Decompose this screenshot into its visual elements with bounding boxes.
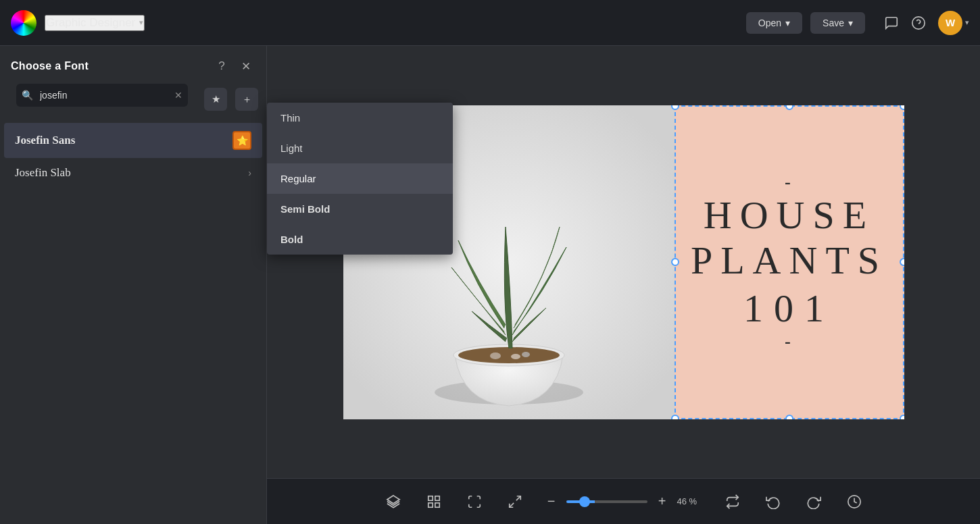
app-name-label: Graphic Designer	[46, 16, 135, 30]
number-101: 101	[743, 286, 835, 331]
open-label: Open	[758, 18, 781, 28]
save-chevron: ▾	[848, 18, 853, 28]
app-title-button[interactable]: Graphic Designer ▾	[45, 15, 145, 31]
weight-bold[interactable]: Bold	[267, 224, 453, 255]
fit-button[interactable]	[461, 488, 488, 515]
font-close-button[interactable]: ✕	[237, 57, 255, 76]
font-item-josefin-sans[interactable]: Josefin Sans ⭐	[4, 123, 262, 158]
zoom-control: − + 46 %	[542, 492, 706, 511]
font-list: Josefin Sans ⭐ Josefin Slab ›	[0, 123, 266, 524]
weight-light[interactable]: Light	[267, 133, 453, 163]
svg-rect-12	[428, 502, 432, 506]
weight-dropdown: Thin Light Regular Semi Bold Bold	[267, 103, 453, 255]
handle-right[interactable]	[900, 258, 904, 266]
josefin-sans-star-button[interactable]: ⭐	[232, 131, 251, 150]
topbar-icons: W ▾	[884, 11, 969, 35]
save-label: Save	[823, 18, 844, 28]
zoom-in-button[interactable]: +	[653, 492, 672, 511]
swap-button[interactable]	[719, 488, 746, 515]
handle-bottom-center[interactable]	[785, 415, 793, 419]
main-area: Choose a Font ? ✕ 🔍 ✕ ★ ＋ Josefin Sans ⭐…	[0, 46, 980, 524]
house-plants-text: HOUSE PLANTS	[691, 193, 887, 283]
search-icon: 🔍	[22, 90, 33, 101]
grid-button[interactable]	[420, 488, 447, 515]
font-name-josefin-sans: Josefin Sans	[15, 134, 227, 147]
zoom-slider[interactable]	[566, 500, 647, 503]
help-icon-button[interactable]	[911, 16, 926, 30]
save-button[interactable]: Save ▾	[810, 12, 865, 34]
star-filter-button[interactable]: ★	[204, 88, 227, 111]
search-input[interactable]	[37, 84, 170, 107]
svg-rect-13	[435, 502, 439, 506]
text-area: - HOUSE PLANTS 101 -	[675, 105, 904, 419]
svg-point-5	[458, 347, 560, 363]
svg-rect-10	[428, 496, 432, 500]
dash-top: -	[785, 172, 793, 193]
weight-regular[interactable]: Regular	[267, 163, 453, 194]
handle-top[interactable]	[785, 105, 793, 110]
svg-point-7	[511, 354, 520, 359]
zoom-out-button[interactable]: −	[542, 492, 561, 511]
weight-semibold[interactable]: Semi Bold	[267, 194, 453, 224]
user-chevron[interactable]: ▾	[965, 18, 969, 27]
font-chooser-panel: Choose a Font ? ✕ 🔍 ✕ ★ ＋ Josefin Sans ⭐…	[0, 46, 267, 524]
handle-bottom-right[interactable]	[900, 415, 904, 419]
zoom-percentage: 46 %	[677, 496, 706, 506]
user-area: W ▾	[938, 11, 969, 35]
expand-button[interactable]	[501, 488, 529, 515]
user-avatar[interactable]: W	[938, 11, 962, 35]
plants-line: PLANTS	[691, 238, 887, 284]
svg-line-15	[509, 502, 513, 506]
clear-search-button[interactable]: ✕	[174, 90, 182, 101]
history-button[interactable]	[841, 488, 868, 515]
svg-line-14	[516, 496, 520, 500]
topbar: Graphic Designer ▾ Open ▾ Save ▾ W ▾	[0, 0, 980, 46]
open-chevron: ▾	[785, 18, 790, 28]
undo-button[interactable]	[760, 488, 787, 515]
layers-button[interactable]	[380, 488, 407, 515]
chat-icon-button[interactable]	[884, 16, 899, 30]
font-chooser-title: Choose a Font	[11, 60, 207, 72]
house-line: HOUSE	[691, 193, 887, 238]
bottom-toolbar: − + 46 %	[267, 478, 980, 524]
svg-rect-11	[435, 496, 439, 500]
dash-bottom: -	[785, 331, 793, 352]
add-font-button[interactable]: ＋	[235, 88, 258, 111]
weight-thin[interactable]: Thin	[267, 103, 453, 133]
open-button[interactable]: Open ▾	[746, 12, 802, 34]
svg-point-6	[490, 352, 501, 359]
svg-point-0	[912, 16, 925, 28]
redo-button[interactable]	[800, 488, 827, 515]
handle-top-right[interactable]	[900, 105, 904, 110]
svg-point-8	[522, 352, 530, 357]
app-title-chevron: ▾	[139, 18, 143, 27]
font-item-josefin-slab[interactable]: Josefin Slab ›	[4, 158, 262, 188]
search-row: 🔍 ✕ ★ ＋	[0, 84, 266, 123]
search-bar: 🔍 ✕	[16, 84, 188, 107]
font-help-button[interactable]: ?	[212, 57, 231, 76]
font-chooser-header: Choose a Font ? ✕	[0, 46, 266, 84]
josefin-slab-arrow: ›	[248, 167, 251, 178]
app-logo	[11, 10, 36, 36]
font-name-josefin-slab: Josefin Slab	[15, 166, 243, 180]
